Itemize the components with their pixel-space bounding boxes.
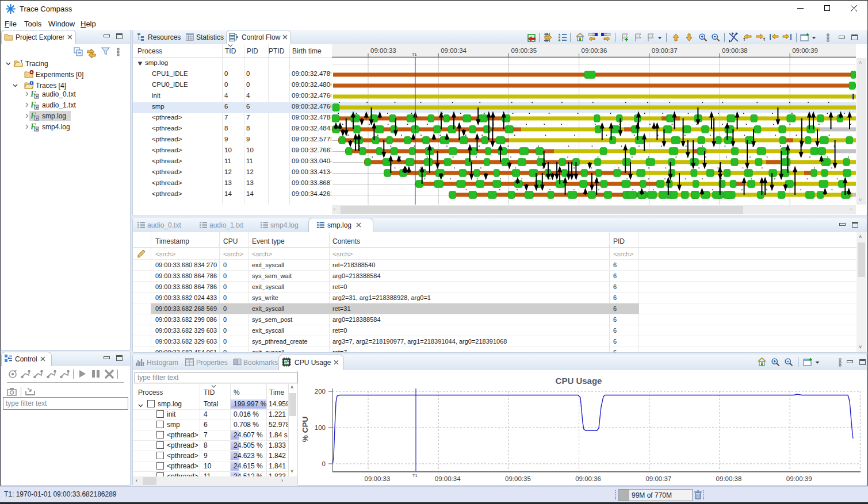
svg-text:09:00:34: 09:00:34 — [435, 475, 461, 482]
svg-text:09:00:38: 09:00:38 — [716, 475, 742, 482]
svg-text:T: T — [20, 59, 23, 63]
svg-text:CPU Usage: CPU Usage — [556, 376, 602, 386]
svg-text:09:00:33: 09:00:33 — [370, 47, 396, 54]
svg-text:0: 0 — [322, 460, 326, 467]
svg-text:09:00:35: 09:00:35 — [505, 475, 531, 482]
svg-text:09:00:38: 09:00:38 — [722, 47, 748, 54]
svg-text:09:00:36: 09:00:36 — [575, 475, 601, 482]
svg-text:100: 100 — [315, 424, 326, 431]
svg-text:09:00:37: 09:00:37 — [652, 47, 678, 54]
svg-text:09:00:36: 09:00:36 — [582, 47, 607, 54]
svg-text:200: 200 — [315, 388, 326, 395]
svg-text:T1: T1 — [412, 473, 418, 478]
svg-text:T1: T1 — [412, 52, 417, 57]
svg-text:09:00:34: 09:00:34 — [441, 47, 466, 54]
svg-text:09:00:37: 09:00:37 — [645, 475, 671, 482]
svg-text:09:00:35: 09:00:35 — [511, 47, 537, 54]
svg-text:% CPU: % CPU — [301, 417, 309, 442]
svg-text:09:00:39: 09:00:39 — [792, 47, 818, 54]
svg-text:09:00:33: 09:00:33 — [365, 475, 391, 482]
svg-text:09:00:39: 09:00:39 — [786, 475, 812, 482]
